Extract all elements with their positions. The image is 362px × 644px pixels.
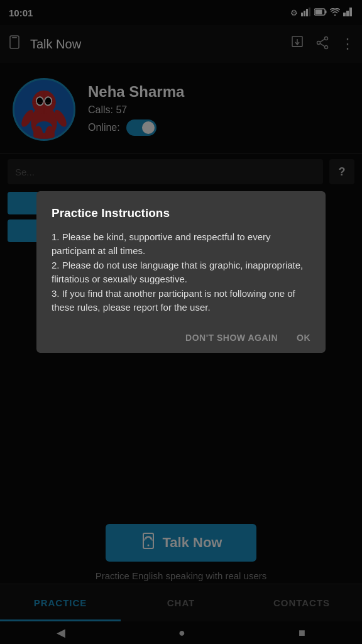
dialog-overlay: Practice Instructions 1. Please be kind,… <box>0 0 362 644</box>
dialog-actions: DON'T SHOW AGAIN OK <box>52 328 310 343</box>
dont-show-again-button[interactable]: DON'T SHOW AGAIN <box>185 333 278 343</box>
dialog-body: 1. Please be kind, supportive and respec… <box>52 230 310 315</box>
dialog-title: Practice Instructions <box>52 206 310 220</box>
practice-instructions-dialog: Practice Instructions 1. Please be kind,… <box>36 191 326 353</box>
ok-button[interactable]: OK <box>297 333 310 343</box>
